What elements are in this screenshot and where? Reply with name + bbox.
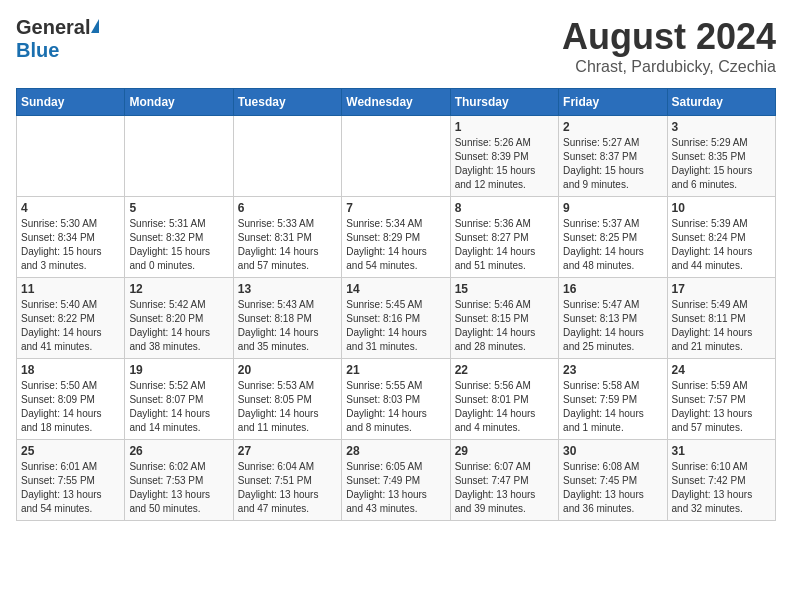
calendar-cell: 16Sunrise: 5:47 AM Sunset: 8:13 PM Dayli…: [559, 278, 667, 359]
day-number: 14: [346, 282, 445, 296]
day-number: 21: [346, 363, 445, 377]
day-number: 9: [563, 201, 662, 215]
day-info: Sunrise: 5:56 AM Sunset: 8:01 PM Dayligh…: [455, 379, 554, 435]
week-row-4: 18Sunrise: 5:50 AM Sunset: 8:09 PM Dayli…: [17, 359, 776, 440]
day-info: Sunrise: 5:39 AM Sunset: 8:24 PM Dayligh…: [672, 217, 771, 273]
calendar-cell: 24Sunrise: 5:59 AM Sunset: 7:57 PM Dayli…: [667, 359, 775, 440]
day-header-friday: Friday: [559, 89, 667, 116]
logo-blue-text: Blue: [16, 39, 59, 62]
day-info: Sunrise: 6:04 AM Sunset: 7:51 PM Dayligh…: [238, 460, 337, 516]
day-header-thursday: Thursday: [450, 89, 558, 116]
calendar-cell: 17Sunrise: 5:49 AM Sunset: 8:11 PM Dayli…: [667, 278, 775, 359]
day-info: Sunrise: 5:49 AM Sunset: 8:11 PM Dayligh…: [672, 298, 771, 354]
calendar-cell: 29Sunrise: 6:07 AM Sunset: 7:47 PM Dayli…: [450, 440, 558, 521]
calendar-cell: 27Sunrise: 6:04 AM Sunset: 7:51 PM Dayli…: [233, 440, 341, 521]
day-info: Sunrise: 5:52 AM Sunset: 8:07 PM Dayligh…: [129, 379, 228, 435]
calendar-cell: 28Sunrise: 6:05 AM Sunset: 7:49 PM Dayli…: [342, 440, 450, 521]
day-info: Sunrise: 5:40 AM Sunset: 8:22 PM Dayligh…: [21, 298, 120, 354]
day-number: 30: [563, 444, 662, 458]
day-number: 22: [455, 363, 554, 377]
calendar-cell: 23Sunrise: 5:58 AM Sunset: 7:59 PM Dayli…: [559, 359, 667, 440]
day-number: 7: [346, 201, 445, 215]
calendar-cell: 8Sunrise: 5:36 AM Sunset: 8:27 PM Daylig…: [450, 197, 558, 278]
logo-triangle-icon: [91, 19, 99, 33]
logo-general-text: General: [16, 16, 90, 39]
day-info: Sunrise: 5:45 AM Sunset: 8:16 PM Dayligh…: [346, 298, 445, 354]
week-row-3: 11Sunrise: 5:40 AM Sunset: 8:22 PM Dayli…: [17, 278, 776, 359]
calendar-subtitle: Chrast, Pardubicky, Czechia: [562, 58, 776, 76]
day-info: Sunrise: 5:46 AM Sunset: 8:15 PM Dayligh…: [455, 298, 554, 354]
day-number: 17: [672, 282, 771, 296]
calendar-cell: 26Sunrise: 6:02 AM Sunset: 7:53 PM Dayli…: [125, 440, 233, 521]
day-number: 15: [455, 282, 554, 296]
calendar-cell: 10Sunrise: 5:39 AM Sunset: 8:24 PM Dayli…: [667, 197, 775, 278]
day-header-wednesday: Wednesday: [342, 89, 450, 116]
day-info: Sunrise: 5:27 AM Sunset: 8:37 PM Dayligh…: [563, 136, 662, 192]
day-number: 25: [21, 444, 120, 458]
day-number: 2: [563, 120, 662, 134]
week-row-1: 1Sunrise: 5:26 AM Sunset: 8:39 PM Daylig…: [17, 116, 776, 197]
calendar-cell: 18Sunrise: 5:50 AM Sunset: 8:09 PM Dayli…: [17, 359, 125, 440]
day-info: Sunrise: 5:42 AM Sunset: 8:20 PM Dayligh…: [129, 298, 228, 354]
calendar-cell: 5Sunrise: 5:31 AM Sunset: 8:32 PM Daylig…: [125, 197, 233, 278]
day-header-saturday: Saturday: [667, 89, 775, 116]
week-row-5: 25Sunrise: 6:01 AM Sunset: 7:55 PM Dayli…: [17, 440, 776, 521]
day-info: Sunrise: 6:10 AM Sunset: 7:42 PM Dayligh…: [672, 460, 771, 516]
calendar-cell: 6Sunrise: 5:33 AM Sunset: 8:31 PM Daylig…: [233, 197, 341, 278]
week-row-2: 4Sunrise: 5:30 AM Sunset: 8:34 PM Daylig…: [17, 197, 776, 278]
day-number: 31: [672, 444, 771, 458]
day-number: 26: [129, 444, 228, 458]
day-number: 6: [238, 201, 337, 215]
day-number: 23: [563, 363, 662, 377]
calendar-table: SundayMondayTuesdayWednesdayThursdayFrid…: [16, 88, 776, 521]
day-info: Sunrise: 5:53 AM Sunset: 8:05 PM Dayligh…: [238, 379, 337, 435]
day-info: Sunrise: 6:05 AM Sunset: 7:49 PM Dayligh…: [346, 460, 445, 516]
calendar-cell: 1Sunrise: 5:26 AM Sunset: 8:39 PM Daylig…: [450, 116, 558, 197]
calendar-cell: 7Sunrise: 5:34 AM Sunset: 8:29 PM Daylig…: [342, 197, 450, 278]
calendar-cell: 9Sunrise: 5:37 AM Sunset: 8:25 PM Daylig…: [559, 197, 667, 278]
calendar-body: 1Sunrise: 5:26 AM Sunset: 8:39 PM Daylig…: [17, 116, 776, 521]
day-info: Sunrise: 5:55 AM Sunset: 8:03 PM Dayligh…: [346, 379, 445, 435]
day-info: Sunrise: 5:30 AM Sunset: 8:34 PM Dayligh…: [21, 217, 120, 273]
calendar-cell: 31Sunrise: 6:10 AM Sunset: 7:42 PM Dayli…: [667, 440, 775, 521]
day-number: 29: [455, 444, 554, 458]
day-info: Sunrise: 6:08 AM Sunset: 7:45 PM Dayligh…: [563, 460, 662, 516]
calendar-title: August 2024: [562, 16, 776, 58]
calendar-cell: 3Sunrise: 5:29 AM Sunset: 8:35 PM Daylig…: [667, 116, 775, 197]
day-number: 27: [238, 444, 337, 458]
day-number: 5: [129, 201, 228, 215]
day-number: 3: [672, 120, 771, 134]
day-number: 13: [238, 282, 337, 296]
calendar-cell: [17, 116, 125, 197]
day-info: Sunrise: 6:02 AM Sunset: 7:53 PM Dayligh…: [129, 460, 228, 516]
day-info: Sunrise: 5:29 AM Sunset: 8:35 PM Dayligh…: [672, 136, 771, 192]
day-info: Sunrise: 5:37 AM Sunset: 8:25 PM Dayligh…: [563, 217, 662, 273]
day-number: 4: [21, 201, 120, 215]
day-info: Sunrise: 5:33 AM Sunset: 8:31 PM Dayligh…: [238, 217, 337, 273]
day-info: Sunrise: 5:47 AM Sunset: 8:13 PM Dayligh…: [563, 298, 662, 354]
page-header: General Blue August 2024 Chrast, Pardubi…: [16, 16, 776, 76]
day-info: Sunrise: 5:36 AM Sunset: 8:27 PM Dayligh…: [455, 217, 554, 273]
calendar-cell: 14Sunrise: 5:45 AM Sunset: 8:16 PM Dayli…: [342, 278, 450, 359]
day-header-tuesday: Tuesday: [233, 89, 341, 116]
calendar-cell: 13Sunrise: 5:43 AM Sunset: 8:18 PM Dayli…: [233, 278, 341, 359]
day-number: 18: [21, 363, 120, 377]
calendar-cell: 30Sunrise: 6:08 AM Sunset: 7:45 PM Dayli…: [559, 440, 667, 521]
calendar-cell: 20Sunrise: 5:53 AM Sunset: 8:05 PM Dayli…: [233, 359, 341, 440]
day-number: 19: [129, 363, 228, 377]
day-header-monday: Monday: [125, 89, 233, 116]
calendar-cell: 22Sunrise: 5:56 AM Sunset: 8:01 PM Dayli…: [450, 359, 558, 440]
calendar-cell: 11Sunrise: 5:40 AM Sunset: 8:22 PM Dayli…: [17, 278, 125, 359]
calendar-cell: 19Sunrise: 5:52 AM Sunset: 8:07 PM Dayli…: [125, 359, 233, 440]
day-number: 20: [238, 363, 337, 377]
day-info: Sunrise: 5:31 AM Sunset: 8:32 PM Dayligh…: [129, 217, 228, 273]
calendar-cell: 21Sunrise: 5:55 AM Sunset: 8:03 PM Dayli…: [342, 359, 450, 440]
day-number: 16: [563, 282, 662, 296]
calendar-cell: 25Sunrise: 6:01 AM Sunset: 7:55 PM Dayli…: [17, 440, 125, 521]
day-info: Sunrise: 6:07 AM Sunset: 7:47 PM Dayligh…: [455, 460, 554, 516]
day-number: 28: [346, 444, 445, 458]
day-info: Sunrise: 5:58 AM Sunset: 7:59 PM Dayligh…: [563, 379, 662, 435]
day-info: Sunrise: 5:59 AM Sunset: 7:57 PM Dayligh…: [672, 379, 771, 435]
calendar-cell: [233, 116, 341, 197]
day-info: Sunrise: 5:34 AM Sunset: 8:29 PM Dayligh…: [346, 217, 445, 273]
